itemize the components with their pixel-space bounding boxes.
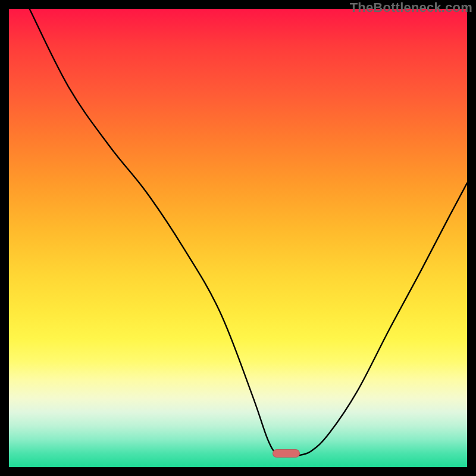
bottleneck-curve: [9, 9, 467, 467]
watermark-text: TheBottleneck.com: [350, 0, 472, 15]
plot-area: [9, 9, 467, 467]
optimal-marker: [273, 449, 300, 458]
chart-frame: TheBottleneck.com: [0, 0, 476, 476]
